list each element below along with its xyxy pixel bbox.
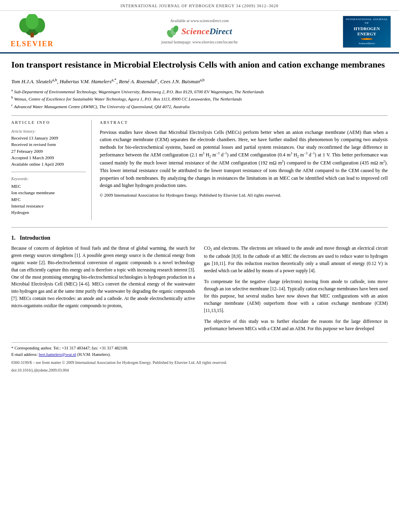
sciencedirect-text: ScienceDirect [181, 25, 232, 38]
divider-line [11, 115, 388, 116]
center-logo: Available at www.sciencedirect.com Scien… [56, 18, 343, 45]
email-label: E-mail address: [11, 352, 39, 357]
journal-header: International Journal of Hydrogen Energy… [0, 0, 399, 11]
intro-right-col: CO2 and electrons. The electrons are rel… [204, 245, 388, 337]
hydrogen-logo-circle-icon [361, 38, 373, 40]
info-divider [11, 172, 86, 172]
authors-text: Tom H.J.A. Sleutelsa,b, Hubertus V.M. Ha… [11, 78, 205, 84]
journal-title-top: International Journal of Hydrogen Energy… [8, 3, 391, 9]
hydrogen-logo-text: INTERNATIONAL JOURNAL OF [345, 18, 389, 26]
info-abstract-section: ARTICLE INFO Article history: Received 1… [11, 120, 388, 220]
abstract-copyright: © 2009 International Association for Hyd… [100, 192, 388, 199]
sd-leaves-icon [167, 26, 179, 38]
intro-left-para: Because of concern of depletion of fossi… [11, 245, 195, 309]
history-label: Article history: [11, 129, 86, 134]
intro-number: 1. [11, 235, 16, 241]
keyword-ion: Ion exchange membrane [11, 190, 86, 196]
intro-right-para-3: The objective of this study was to furth… [204, 318, 388, 333]
intro-right-para-1: CO2 and electrons. The electrons are rel… [204, 245, 388, 274]
elsevier-text: ELSEVIER [10, 39, 53, 49]
intro-title: Introduction [20, 235, 50, 241]
hydrogen-logo-elsevier: ScienceDirect [359, 42, 375, 46]
doi-line: doi:10.1016/j.ijhydene.2009.03.004 [11, 367, 388, 373]
article-title: Ion transport resistance in Microbial El… [11, 59, 388, 71]
hydrogen-energy-logo: INTERNATIONAL JOURNAL OF HYDROGENENERGY … [343, 16, 391, 48]
available-label: Available at www.sciencedirect.com [56, 18, 343, 24]
intro-body: Because of concern of depletion of fossi… [11, 245, 388, 337]
abstract-label: ABSTRACT [100, 120, 388, 125]
article-info-label: ARTICLE INFO [11, 120, 86, 125]
available-date: Available online 1 April 2009 [11, 161, 86, 167]
affiliations: a Sub-Department of Environmental Techno… [11, 88, 388, 109]
sciencedirect-logo: ScienceDirect [56, 25, 343, 38]
header-logos: ELSEVIER Available at www.sciencedirect.… [0, 11, 399, 53]
affiliation-b: b Wetsus, Centre of Excellence for Susta… [11, 95, 388, 102]
keyword-hydrogen: Hydrogen [11, 210, 86, 216]
keyword-mfc: MFC [11, 197, 86, 203]
received-revised-label: Received in revised form [11, 142, 86, 148]
authors-line: Tom H.J.A. Sleutelsa,b, Hubertus V.M. Ha… [11, 77, 388, 86]
affiliation-c: c Advanced Water Management Centre (AWMC… [11, 103, 388, 110]
intro-left-col: Because of concern of depletion of fossi… [11, 245, 195, 337]
intro-section-title: 1. Introduction [11, 234, 388, 242]
page-wrapper: International Journal of Hydrogen Energy… [0, 0, 399, 379]
article-info-col: ARTICLE INFO Article history: Received 1… [11, 120, 92, 220]
elsevier-tree-icon [16, 14, 48, 38]
abstract-text: Previous studies have shown that Microbi… [100, 129, 388, 199]
corresponding-text: * Corresponding author. Tel.: +31 317 48… [11, 346, 128, 350]
issn-line: 0360-3199/$ – see front matter © 2009 In… [11, 359, 388, 366]
elsevier-logo: ELSEVIER [8, 14, 56, 49]
article-body: Ion transport resistance in Microbial El… [0, 53, 399, 378]
keyword-internal: Internal resistance [11, 203, 86, 209]
keyword-mec: MEC [11, 183, 86, 189]
email-person: (H.V.M. Hamelers). [77, 352, 111, 357]
corresponding-footnote: * Corresponding author. Tel.: +31 317 48… [11, 345, 388, 351]
svg-rect-5 [31, 33, 34, 37]
intro-right-para-2: To compensate for the negative charge (e… [204, 278, 388, 314]
footnote-area: * Corresponding author. Tel.: +31 317 48… [11, 342, 388, 373]
affiliation-a: a Sub-Department of Environmental Techno… [11, 88, 388, 95]
abstract-col: ABSTRACT Previous studies have shown tha… [100, 120, 388, 220]
main-divider [11, 227, 388, 228]
received-date-1: Received 13 January 2009 [11, 135, 86, 141]
main-content: 1. Introduction Because of concern of de… [11, 234, 388, 337]
received-revised-date: 27 February 2009 [11, 148, 86, 154]
sd-leaf-icon [167, 26, 179, 38]
hydrogen-logo-title: HYDROGENENERGY [354, 26, 380, 37]
journal-homepage: journal homepage: www.elsevier.com/locat… [56, 39, 343, 45]
article-history-group: Article history: Received 13 January 200… [11, 129, 86, 168]
email-link[interactable]: bert.hamelers@wur.nl [39, 352, 76, 357]
keywords-group: Keywords: MEC Ion exchange membrane MFC … [11, 176, 86, 216]
keywords-label: Keywords: [11, 176, 86, 182]
email-footnote: E-mail address: bert.hamelers@wur.nl (H.… [11, 351, 388, 358]
accepted-date: Accepted 1 March 2009 [11, 155, 86, 161]
